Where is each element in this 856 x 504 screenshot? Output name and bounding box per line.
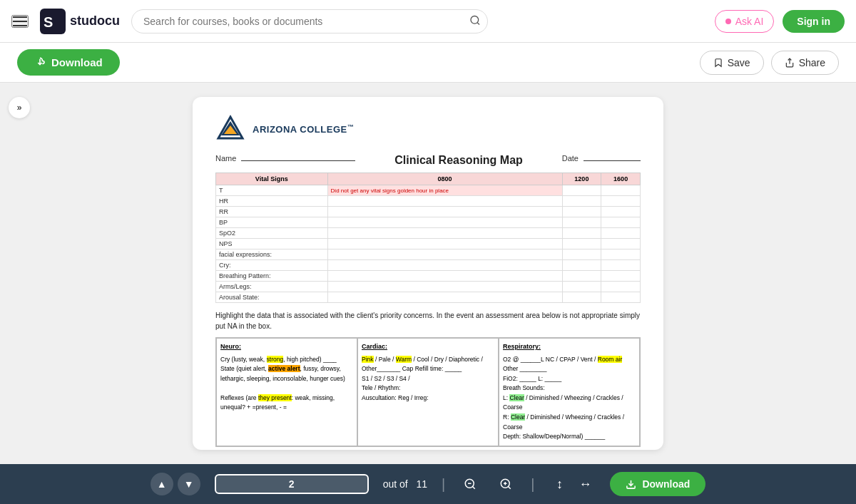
download-icon <box>34 57 46 68</box>
search-container <box>131 9 488 34</box>
cardiac-content: Pink / Pale / Warm / Cool / Dry / Diapho… <box>362 355 494 403</box>
brand-name: studocu <box>70 14 120 29</box>
name-line <box>241 160 355 161</box>
ask-ai-button[interactable]: Ask AI <box>715 10 775 33</box>
collapse-arrow[interactable]: » <box>9 97 30 118</box>
document-title: Clinical Reasoning Map <box>394 154 523 167</box>
share-icon <box>785 58 795 68</box>
prev-page-button[interactable]: ▲ <box>151 473 173 495</box>
cardiac-header: Cardiac: <box>362 342 494 352</box>
download-button-nav[interactable]: Download <box>610 472 705 496</box>
table-row: RR <box>216 207 641 217</box>
ai-dot-icon <box>725 19 731 24</box>
assessment-grid: Neuro: Cry (lusty, weak, strong, high pi… <box>215 337 641 447</box>
respiratory-cell: Respiratory: O2 @ ______L NC / CPAP / Ve… <box>499 338 640 446</box>
ask-ai-label: Ask AI <box>735 16 764 27</box>
save-label: Save <box>728 57 750 68</box>
fit-width-button[interactable]: ↔ <box>574 473 596 495</box>
signin-button[interactable]: Sign in <box>783 10 845 33</box>
neuro-content: Cry (lusty, weak, strong, high pitched) … <box>220 355 353 413</box>
svg-line-11 <box>473 486 475 488</box>
vital-signs-header: Vital Signs <box>216 173 328 185</box>
table-row: HR <box>216 196 641 207</box>
nav-divider-1: | <box>442 476 445 493</box>
neuro-cell: Neuro: Cry (lusty, weak, strong, high pi… <box>216 338 357 446</box>
zoom-out-icon <box>464 478 477 490</box>
cardiac-cell: Cardiac: Pink / Pale / Warm / Cool / Dry… <box>357 338 499 446</box>
zoom-out-button[interactable] <box>459 473 481 495</box>
table-row: Cry: <box>216 260 641 271</box>
zoom-in-button[interactable] <box>495 473 516 495</box>
main-content: » ARIZONA COLLEGE™ Name Clinical R <box>0 83 856 464</box>
vital-signs-table: Vital Signs 0800 1200 1600 T Did not get… <box>215 173 641 303</box>
college-name-block: ARIZONA COLLEGE™ <box>253 123 354 135</box>
date-label: Date <box>562 154 641 167</box>
toolbar: Download Save Share <box>0 43 856 83</box>
page-number-input[interactable] <box>215 474 369 494</box>
page-of-label: out of 11 <box>383 478 427 490</box>
arizona-college-logo <box>215 114 245 144</box>
respiratory-content: O2 @ ______L NC / CPAP / Vent / Room air… <box>503 355 636 442</box>
table-row: NPS <box>216 239 641 250</box>
header: S studocu Ask AI Sign in <box>0 0 856 43</box>
date-line <box>584 160 641 161</box>
search-input[interactable] <box>131 9 488 34</box>
college-header: ARIZONA COLLEGE™ <box>215 114 641 144</box>
table-row: Arms/Legs: <box>216 282 641 292</box>
search-button[interactable] <box>469 14 481 28</box>
name-date-row: Name Clinical Reasoning Map Date <box>215 154 641 167</box>
table-row: BP <box>216 217 641 228</box>
page-nav-arrows: ▲ ▼ <box>151 473 200 495</box>
table-row: facial expressions: <box>216 250 641 260</box>
respiratory-header: Respiratory: <box>503 342 636 352</box>
svg-line-14 <box>509 486 511 488</box>
table-row: SpO2 <box>216 228 641 239</box>
next-page-button[interactable]: ▼ <box>178 473 200 495</box>
toolbar-actions: Save Share <box>700 51 839 75</box>
bottom-navigation: ▲ ▼ out of 11 | | ↕ ↔ Download <box>0 464 856 504</box>
table-row: Breathing Pattern: <box>216 271 641 282</box>
download-nav-icon <box>626 479 636 490</box>
time-1200: 1200 <box>562 173 601 185</box>
save-button[interactable]: Save <box>700 51 764 75</box>
svg-line-3 <box>477 22 479 24</box>
neuro-header: Neuro: <box>220 342 353 352</box>
fit-buttons: ↕ ↔ <box>549 473 596 495</box>
document-card: ARIZONA COLLEGE™ Name Clinical Reasoning… <box>193 97 663 450</box>
download-button-toolbar[interactable]: Download <box>17 49 120 76</box>
table-row: Arousal State: <box>216 292 641 303</box>
time-1600: 1600 <box>601 173 641 185</box>
chevron-right-icon: » <box>17 103 22 113</box>
download-nav-label: Download <box>642 478 690 490</box>
menu-button[interactable] <box>11 15 29 28</box>
name-label: Name <box>215 154 355 167</box>
fit-height-button[interactable]: ↕ <box>549 473 570 495</box>
share-label: Share <box>799 57 825 68</box>
college-name: ARIZONA COLLEGE™ <box>253 123 354 135</box>
svg-text:S: S <box>44 14 53 30</box>
nav-divider-2: | <box>531 476 534 493</box>
studocu-logo-icon: S <box>40 9 66 34</box>
table-row: T Did not get any vital signs golden hou… <box>216 185 641 196</box>
search-icon <box>469 14 481 26</box>
logo[interactable]: S studocu <box>40 9 120 34</box>
header-right: Ask AI Sign in <box>715 10 845 33</box>
bookmark-icon <box>713 58 723 68</box>
time-0800: 0800 <box>327 173 562 185</box>
instruction-text: Highlight the data that is associated wi… <box>215 310 641 331</box>
download-label: Download <box>51 56 103 68</box>
zoom-in-icon <box>499 478 512 490</box>
svg-point-2 <box>471 16 479 24</box>
share-button[interactable]: Share <box>771 51 839 75</box>
